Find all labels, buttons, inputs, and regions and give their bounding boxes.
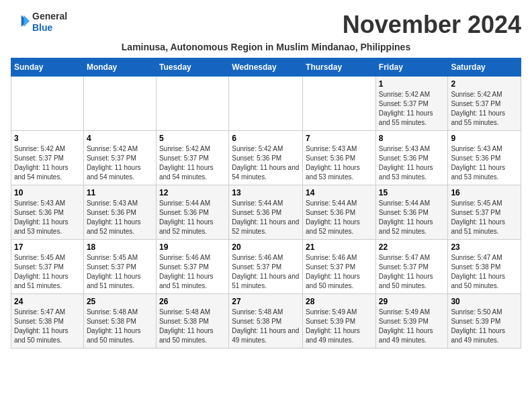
day-number: 4 (87, 134, 153, 143)
day-info: Sunrise: 5:49 AM Sunset: 5:39 PM Dayligh… (379, 308, 445, 345)
day-number: 1 (379, 79, 445, 89)
day-info: Sunrise: 5:43 AM Sunset: 5:36 PM Dayligh… (379, 144, 445, 182)
day-number: 30 (451, 297, 518, 306)
day-number: 6 (232, 134, 300, 143)
day-number: 19 (159, 242, 226, 252)
month-title: November 2024 (343, 11, 521, 39)
calendar-table: SundayMondayTuesdayWednesdayThursdayFrid… (11, 58, 521, 349)
calendar-cell: 29Sunrise: 5:49 AM Sunset: 5:39 PM Dayli… (375, 294, 448, 349)
day-number: 2 (451, 79, 518, 89)
day-number: 24 (14, 297, 81, 306)
calendar-cell: 26Sunrise: 5:48 AM Sunset: 5:38 PM Dayli… (156, 294, 228, 349)
day-info: Sunrise: 5:48 AM Sunset: 5:38 PM Dayligh… (159, 308, 226, 345)
day-number: 22 (379, 242, 445, 252)
day-number: 17 (14, 242, 81, 252)
calendar-cell: 22Sunrise: 5:47 AM Sunset: 5:37 PM Dayli… (375, 240, 448, 294)
calendar-subtitle: Laminusa, Autonomous Region in Muslim Mi… (11, 42, 521, 52)
day-info: Sunrise: 5:42 AM Sunset: 5:37 PM Dayligh… (87, 144, 153, 182)
day-info: Sunrise: 5:44 AM Sunset: 5:36 PM Dayligh… (306, 199, 373, 236)
calendar-cell: 30Sunrise: 5:50 AM Sunset: 5:39 PM Dayli… (448, 294, 521, 349)
day-info: Sunrise: 5:46 AM Sunset: 5:37 PM Dayligh… (306, 253, 373, 291)
day-number: 5 (159, 134, 226, 143)
calendar-cell: 16Sunrise: 5:45 AM Sunset: 5:37 PM Dayli… (448, 185, 521, 240)
calendar-cell (303, 77, 376, 131)
day-number: 16 (451, 188, 518, 197)
day-number: 21 (306, 242, 373, 252)
day-number: 11 (87, 188, 153, 197)
day-info: Sunrise: 5:50 AM Sunset: 5:39 PM Dayligh… (451, 308, 518, 345)
day-number: 20 (232, 242, 300, 252)
calendar-cell: 9Sunrise: 5:43 AM Sunset: 5:36 PM Daylig… (448, 131, 521, 185)
calendar-cell: 12Sunrise: 5:44 AM Sunset: 5:36 PM Dayli… (156, 185, 228, 240)
calendar-cell: 21Sunrise: 5:46 AM Sunset: 5:37 PM Dayli… (303, 240, 376, 294)
day-number: 28 (306, 297, 373, 306)
day-info: Sunrise: 5:49 AM Sunset: 5:39 PM Dayligh… (306, 308, 373, 345)
day-info: Sunrise: 5:42 AM Sunset: 5:37 PM Dayligh… (159, 144, 226, 182)
calendar-cell: 5Sunrise: 5:42 AM Sunset: 5:37 PM Daylig… (156, 131, 228, 185)
day-info: Sunrise: 5:45 AM Sunset: 5:37 PM Dayligh… (14, 253, 81, 291)
day-number: 14 (306, 188, 373, 197)
day-number: 13 (232, 188, 300, 197)
day-info: Sunrise: 5:45 AM Sunset: 5:37 PM Dayligh… (451, 199, 518, 236)
day-info: Sunrise: 5:48 AM Sunset: 5:38 PM Dayligh… (87, 308, 153, 345)
page-header: General Blue November 2024 (11, 11, 521, 39)
day-number: 9 (451, 134, 518, 143)
calendar-cell: 13Sunrise: 5:44 AM Sunset: 5:36 PM Dayli… (229, 185, 303, 240)
calendar-cell: 20Sunrise: 5:46 AM Sunset: 5:37 PM Dayli… (229, 240, 303, 294)
day-info: Sunrise: 5:42 AM Sunset: 5:37 PM Dayligh… (451, 90, 518, 128)
logo-text: General Blue (32, 11, 67, 34)
day-info: Sunrise: 5:46 AM Sunset: 5:37 PM Dayligh… (232, 253, 300, 291)
calendar-cell: 24Sunrise: 5:47 AM Sunset: 5:38 PM Dayli… (11, 294, 84, 349)
calendar-cell (156, 77, 228, 131)
day-number: 12 (159, 188, 226, 197)
day-info: Sunrise: 5:42 AM Sunset: 5:37 PM Dayligh… (14, 144, 81, 182)
day-number: 3 (14, 134, 81, 143)
calendar-cell: 4Sunrise: 5:42 AM Sunset: 5:37 PM Daylig… (83, 131, 156, 185)
calendar-cell: 17Sunrise: 5:45 AM Sunset: 5:37 PM Dayli… (11, 240, 84, 294)
day-info: Sunrise: 5:45 AM Sunset: 5:37 PM Dayligh… (87, 253, 153, 291)
calendar-cell: 23Sunrise: 5:47 AM Sunset: 5:38 PM Dayli… (448, 240, 521, 294)
day-info: Sunrise: 5:47 AM Sunset: 5:38 PM Dayligh… (14, 308, 81, 345)
calendar-cell: 28Sunrise: 5:49 AM Sunset: 5:39 PM Dayli… (303, 294, 376, 349)
weekday-header-monday: Monday (83, 58, 156, 77)
weekday-header-tuesday: Tuesday (156, 58, 228, 77)
calendar-cell: 6Sunrise: 5:42 AM Sunset: 5:36 PM Daylig… (229, 131, 303, 185)
calendar-cell: 3Sunrise: 5:42 AM Sunset: 5:37 PM Daylig… (11, 131, 84, 185)
day-number: 26 (159, 297, 226, 306)
calendar-cell: 27Sunrise: 5:48 AM Sunset: 5:38 PM Dayli… (229, 294, 303, 349)
day-number: 27 (232, 297, 300, 306)
calendar-cell: 1Sunrise: 5:42 AM Sunset: 5:37 PM Daylig… (375, 77, 448, 131)
day-number: 25 (87, 297, 153, 306)
day-info: Sunrise: 5:43 AM Sunset: 5:36 PM Dayligh… (87, 199, 153, 236)
day-number: 23 (451, 242, 518, 252)
weekday-header-friday: Friday (375, 58, 448, 77)
calendar-cell: 8Sunrise: 5:43 AM Sunset: 5:36 PM Daylig… (375, 131, 448, 185)
day-number: 29 (379, 297, 445, 306)
day-info: Sunrise: 5:43 AM Sunset: 5:36 PM Dayligh… (306, 144, 373, 182)
calendar-cell (229, 77, 303, 131)
day-info: Sunrise: 5:43 AM Sunset: 5:36 PM Dayligh… (451, 144, 518, 182)
logo: General Blue (11, 11, 67, 34)
day-number: 8 (379, 134, 445, 143)
day-number: 15 (379, 188, 445, 197)
calendar-cell (11, 77, 84, 131)
calendar-cell: 7Sunrise: 5:43 AM Sunset: 5:36 PM Daylig… (303, 131, 376, 185)
day-info: Sunrise: 5:44 AM Sunset: 5:36 PM Dayligh… (159, 199, 226, 236)
day-number: 10 (14, 188, 81, 197)
day-number: 7 (306, 134, 373, 143)
calendar-cell: 19Sunrise: 5:46 AM Sunset: 5:37 PM Dayli… (156, 240, 228, 294)
day-info: Sunrise: 5:43 AM Sunset: 5:36 PM Dayligh… (14, 199, 81, 236)
day-info: Sunrise: 5:44 AM Sunset: 5:36 PM Dayligh… (232, 199, 300, 236)
day-info: Sunrise: 5:44 AM Sunset: 5:36 PM Dayligh… (379, 199, 445, 236)
calendar-cell: 10Sunrise: 5:43 AM Sunset: 5:36 PM Dayli… (11, 185, 84, 240)
day-info: Sunrise: 5:42 AM Sunset: 5:36 PM Dayligh… (232, 144, 300, 182)
day-number: 18 (87, 242, 153, 252)
calendar-cell: 25Sunrise: 5:48 AM Sunset: 5:38 PM Dayli… (83, 294, 156, 349)
weekday-header-thursday: Thursday (303, 58, 376, 77)
weekday-header-sunday: Sunday (11, 58, 84, 77)
day-info: Sunrise: 5:48 AM Sunset: 5:38 PM Dayligh… (232, 308, 300, 345)
weekday-header-wednesday: Wednesday (229, 58, 303, 77)
calendar-cell: 11Sunrise: 5:43 AM Sunset: 5:36 PM Dayli… (83, 185, 156, 240)
day-info: Sunrise: 5:46 AM Sunset: 5:37 PM Dayligh… (159, 253, 226, 291)
weekday-header-saturday: Saturday (448, 58, 521, 77)
